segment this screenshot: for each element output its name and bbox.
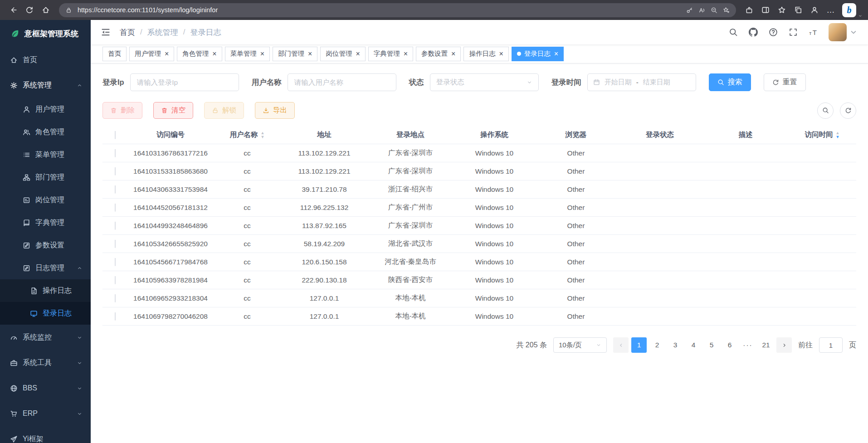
date-range-picker[interactable]: 开始日期 - 结束日期 [587,73,696,91]
sidebar-item-menu-mgmt[interactable]: 菜单管理 [0,143,91,166]
row-checkbox[interactable] [115,149,116,157]
clear-button[interactable]: 清空 [153,102,193,119]
user-menu[interactable] [829,23,858,41]
select-all-checkbox[interactable] [115,131,116,139]
close-icon[interactable]: × [165,50,169,58]
browser-profile-button[interactable] [807,3,822,17]
page-button-21[interactable]: 21 [758,337,774,353]
close-icon[interactable]: × [308,50,312,58]
favorites-add-icon[interactable] [723,7,730,14]
chevron-down-icon[interactable] [858,14,863,18]
row-checkbox[interactable] [115,222,116,230]
reset-button[interactable]: 重置 [764,73,806,91]
breadcrumb-system-mgmt[interactable]: 系统管理 [147,27,178,38]
search-button[interactable]: 搜索 [709,73,751,91]
page-button-6[interactable]: 6 [722,337,737,353]
col-access-time[interactable]: 访问时间▲▼ [788,130,856,140]
favorites-button[interactable] [774,3,790,17]
breadcrumb-home[interactable]: 首页 [120,27,135,38]
sidebar-item-system-mgmt[interactable]: 系统管理 [0,73,91,98]
page-button-5[interactable]: 5 [704,337,719,353]
close-icon[interactable]: × [499,50,503,58]
login-ip-input[interactable] [130,73,239,91]
extensions-button[interactable] [741,3,757,17]
zoom-icon[interactable] [711,7,717,14]
sidebar-item-user-mgmt[interactable]: 用户管理 [0,98,91,121]
tab-dept-mgmt[interactable]: 部门管理 × [273,47,317,61]
tab-menu-mgmt[interactable]: 菜单管理 × [225,47,270,61]
tab-dict-mgmt[interactable]: 字典管理 × [368,47,413,61]
password-key-icon[interactable] [686,7,693,14]
col-user-name[interactable]: 用户名称▲▼ [213,130,281,140]
tab-user-mgmt[interactable]: 用户管理 × [129,47,174,61]
copilot-bing-button[interactable]: b [842,3,856,17]
sidebar-item-system-monitor[interactable]: 系统监控 [0,325,91,350]
toggle-search-button[interactable] [817,102,834,119]
tab-param-settings[interactable]: 参数设置 × [416,47,461,61]
help-button[interactable] [769,28,778,37]
refresh-table-button[interactable] [840,102,856,119]
read-aloud-icon[interactable] [698,7,705,14]
sidebar-item-post-mgmt[interactable]: 岗位管理 [0,189,91,211]
row-checkbox[interactable] [115,204,116,212]
sidebar-item-login-log[interactable]: 登录日志 [0,302,91,325]
row-checkbox[interactable] [115,167,116,175]
close-icon[interactable]: × [356,50,360,58]
tab-home[interactable]: 首页 [102,47,127,61]
page-button-1[interactable]: 1 [631,337,647,353]
page-more-button[interactable]: ··· [740,337,756,353]
page-button-3[interactable]: 3 [668,337,683,353]
sidebar-item-role-mgmt[interactable]: 角色管理 [0,121,91,143]
goto-page-input[interactable] [819,337,843,353]
chevdown-icon [77,411,83,417]
page-size-select[interactable]: 10条/页 [553,337,607,353]
status-select[interactable]: 登录状态 [430,73,539,91]
sidebar-toggle-button[interactable] [101,27,111,37]
home-button[interactable] [38,3,54,17]
close-icon[interactable]: × [212,50,216,58]
sidebar-item-log-mgmt[interactable]: 日志管理 [0,257,91,279]
sort-control[interactable]: ▲▼ [836,131,840,139]
font-size-button[interactable] [809,28,818,37]
row-checkbox[interactable] [115,185,116,194]
row-checkbox[interactable] [115,294,116,302]
row-checkbox[interactable] [115,258,116,266]
tab-post-mgmt[interactable]: 岗位管理 × [320,47,365,61]
github-button[interactable] [749,28,758,37]
row-checkbox[interactable] [115,312,116,321]
sidebar-item-oper-log[interactable]: 操作日志 [0,279,91,302]
tab-oper-log[interactable]: 操作日志 × [463,47,508,61]
site-info-icon[interactable] [65,7,72,14]
refresh-button[interactable] [22,3,37,17]
sidebar-item-dict-mgmt[interactable]: 字典管理 [0,211,91,234]
next-page-button[interactable] [776,337,792,353]
sidebar-item-bbs[interactable]: BBS [0,375,91,401]
collections-button[interactable] [790,3,806,17]
tab-login-log[interactable]: 登录日志 × [512,47,564,61]
export-button[interactable]: 导出 [255,102,295,119]
split-screen-button[interactable] [758,3,773,17]
tab-role-mgmt[interactable]: 角色管理 × [177,47,222,61]
back-button[interactable] [5,3,21,17]
address-bar[interactable]: https://ccnetcore.com:1101/system/log/lo… [59,3,736,17]
sidebar-item-erp[interactable]: ERP [0,401,91,426]
user-avatar[interactable] [829,23,847,41]
page-button-4[interactable]: 4 [686,337,701,353]
sidebar-item-home[interactable]: 首页 [0,47,91,73]
sort-control[interactable]: ▲▼ [261,131,265,139]
fullscreen-button[interactable] [789,28,798,37]
row-checkbox[interactable] [115,240,116,248]
user-name-input[interactable] [288,73,396,91]
row-checkbox[interactable] [115,276,116,284]
sidebar-item-dept-mgmt[interactable]: 部门管理 [0,166,91,189]
sidebar-item-yi-framework[interactable]: Yi框架 [0,426,91,443]
close-icon[interactable]: × [404,50,408,58]
close-icon[interactable]: × [451,50,455,58]
header-search-button[interactable] [729,28,738,37]
page-button-2[interactable]: 2 [649,337,665,353]
sidebar-item-param-settings[interactable]: 参数设置 [0,234,91,257]
close-icon[interactable]: × [260,50,264,58]
browser-settings-button[interactable]: … [823,3,839,17]
sidebar-item-system-tools[interactable]: 系统工具 [0,350,91,375]
close-icon[interactable]: × [554,50,558,58]
